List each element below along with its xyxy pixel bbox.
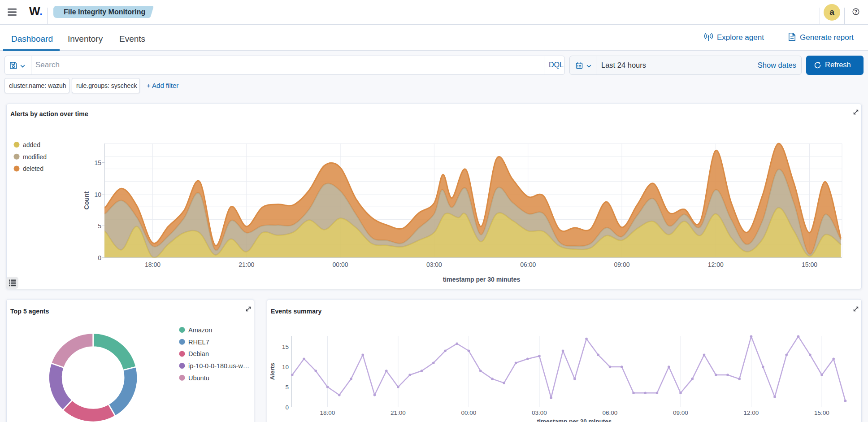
svg-text:Ubuntu: Ubuntu <box>188 374 209 382</box>
svg-text:18:00: 18:00 <box>145 261 161 268</box>
svg-text:06:00: 06:00 <box>603 409 618 416</box>
svg-text:ip-10-0-0-180.us-w…: ip-10-0-0-180.us-w… <box>188 362 249 370</box>
svg-text:Count: Count <box>83 191 90 209</box>
svg-text:timestamp per 30 minutes: timestamp per 30 minutes <box>443 276 521 283</box>
svg-text:5: 5 <box>285 384 289 391</box>
svg-text:modified: modified <box>23 153 47 161</box>
svg-text:Debian: Debian <box>188 350 209 357</box>
svg-text:03:00: 03:00 <box>426 261 442 268</box>
svg-text:03:00: 03:00 <box>532 409 547 416</box>
svg-text:00:00: 00:00 <box>333 261 348 268</box>
svg-text:10: 10 <box>94 191 101 198</box>
svg-text:09:00: 09:00 <box>673 409 688 416</box>
svg-text:0: 0 <box>285 404 289 411</box>
svg-text:12:00: 12:00 <box>744 409 759 416</box>
svg-text:15:00: 15:00 <box>814 409 829 416</box>
svg-text:06:00: 06:00 <box>520 261 536 268</box>
svg-text:Amazon: Amazon <box>188 326 212 334</box>
svg-text:Alerts: Alerts <box>269 363 276 380</box>
svg-text:15:00: 15:00 <box>802 261 817 268</box>
svg-text:RHEL7: RHEL7 <box>188 339 209 346</box>
svg-text:0: 0 <box>98 254 101 261</box>
svg-text:21:00: 21:00 <box>239 261 254 268</box>
svg-text:09:00: 09:00 <box>614 261 629 268</box>
svg-text:?: ? <box>855 9 857 14</box>
svg-text:deleted: deleted <box>23 165 43 172</box>
svg-text:15: 15 <box>282 344 289 350</box>
svg-text:timestamp per 30 minutes: timestamp per 30 minutes <box>537 418 612 422</box>
svg-text:15: 15 <box>94 159 101 166</box>
svg-text:21:00: 21:00 <box>391 409 406 416</box>
svg-text:added: added <box>23 141 40 148</box>
svg-text:00:00: 00:00 <box>461 409 477 416</box>
svg-text:10: 10 <box>282 364 289 370</box>
svg-text:File Integrity Monitoring: File Integrity Monitoring <box>64 8 145 16</box>
svg-text:12:00: 12:00 <box>708 261 724 268</box>
svg-text:18:00: 18:00 <box>320 409 335 416</box>
svg-text:5: 5 <box>98 222 101 230</box>
